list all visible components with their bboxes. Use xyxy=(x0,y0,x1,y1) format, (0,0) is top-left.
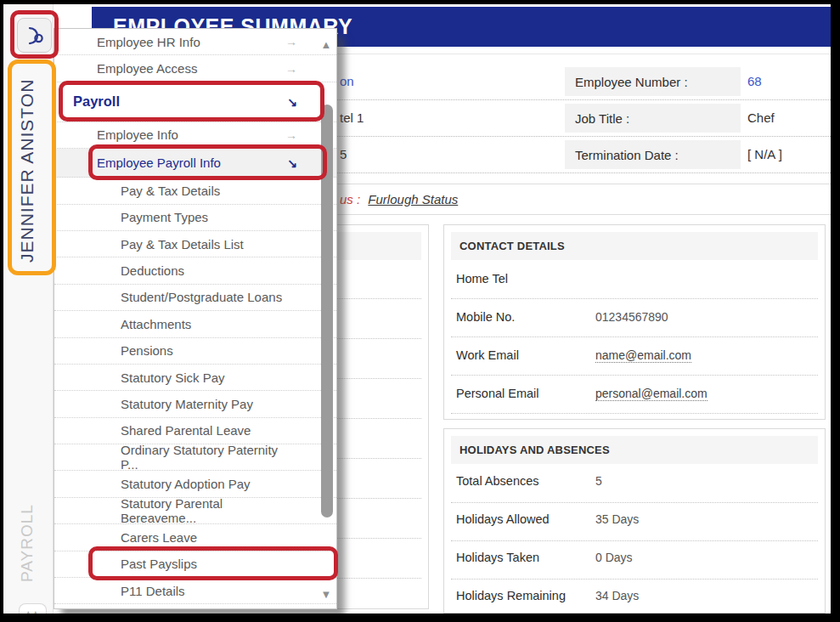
holidays-remaining-label: Holidays Remaining xyxy=(456,589,566,602)
menu-item-student-postgraduate-loans[interactable]: Student/Postgraduate Loans xyxy=(54,285,336,311)
job-title-value: Chef xyxy=(747,110,775,125)
holidays-taken-label: Holidays Taken xyxy=(456,551,539,564)
menu-item-statutory-sick-pay[interactable]: Statutory Sick Pay xyxy=(54,365,336,391)
home-tel-label: Home Tel xyxy=(456,272,508,286)
employee-number-value[interactable]: 68 xyxy=(747,74,762,88)
termination-date-value: [ N/A ] xyxy=(747,147,782,161)
menu-item-carers-leave[interactable]: Carers Leave xyxy=(54,524,336,551)
menu-item-pensions[interactable]: Pensions xyxy=(54,338,336,365)
brand-logo-icon xyxy=(22,23,48,48)
employee-name-vertical: JENNIFER ANISTON xyxy=(12,66,42,275)
menu-item-statutory-adoption-pay[interactable]: Statutory Adoption Pay xyxy=(54,471,336,497)
menu-scrollbar-thumb[interactable] xyxy=(321,105,333,517)
app-window: JENNIFER ANISTON PAYROLL ∧∧ EMPLOYEE SUM… xyxy=(0,0,840,622)
total-absences-label: Total Absences xyxy=(456,474,539,488)
termination-date-label: Termination Date : xyxy=(565,140,741,169)
work-email-link[interactable]: name@email.com xyxy=(595,348,691,363)
menu-item-payroll[interactable]: Payroll ↘ xyxy=(54,82,336,122)
menu-item-statutory-maternity-pay[interactable]: Statutory Maternity Pay xyxy=(54,391,336,417)
menu-item-employee-payroll-info[interactable]: Employee Payroll Info ↘ xyxy=(54,149,336,178)
site-value-fragment: tel 1 xyxy=(340,110,364,125)
employee-number-label: Employee Number : xyxy=(565,67,741,96)
scroll-up-icon[interactable]: ▲ xyxy=(316,38,336,51)
menu-item-payment-types[interactable]: Payment Types xyxy=(54,205,336,231)
holidays-absences-header: HOLIDAYS AND ABSENCES xyxy=(451,436,818,464)
expand-arrow-icon: ↘ xyxy=(287,156,297,170)
menu-item-pay-tax-details[interactable]: Pay & Tax Details xyxy=(54,178,336,204)
holidays-absences-panel: HOLIDAYS AND ABSENCES Total Absences 5 H… xyxy=(443,428,826,614)
submenu-arrow-icon: → xyxy=(285,128,297,142)
menu-item-attachments[interactable]: Attachments xyxy=(54,311,336,337)
scroll-down-icon[interactable]: ▼ xyxy=(316,588,336,601)
menu-item-p11-details[interactable]: P11 Details xyxy=(54,578,336,604)
screenshot-frame xyxy=(831,0,840,622)
employee-name-link-fragment[interactable]: on xyxy=(340,74,354,88)
screenshot-frame xyxy=(0,0,3,622)
menu-item-ordinary-statutory-paternity-pay[interactable]: Ordinary Statutory Paternity P... xyxy=(54,444,336,471)
job-title-label: Job Title : xyxy=(565,104,741,133)
menu-item-employee-access[interactable]: Employee Access → xyxy=(54,55,336,82)
expand-arrow-icon: ↘ xyxy=(287,95,297,109)
work-email-label: Work Email xyxy=(456,348,519,362)
navigation-dropdown-menu: Employee HR Info → Employee Access → Pay… xyxy=(54,28,337,609)
mobile-no-value: 01234567890 xyxy=(595,310,668,324)
screenshot-frame xyxy=(0,0,840,4)
submenu-arrow-icon: → xyxy=(285,62,297,76)
menu-item-statutory-parental-bereavement[interactable]: Statutory Parental Bereaveme... xyxy=(54,498,336,524)
personal-email-link[interactable]: personal@email.com xyxy=(595,387,708,401)
menu-item-employee-hr-info[interactable]: Employee HR Info → xyxy=(54,29,336,55)
value-fragment: 5 xyxy=(340,147,347,161)
personal-email-label: Personal Email xyxy=(456,387,539,400)
screenshot-frame xyxy=(0,614,840,622)
menu-item-pay-tax-details-list[interactable]: Pay & Tax Details List xyxy=(54,231,336,257)
holidays-allowed-value: 35 Days xyxy=(595,512,639,526)
contact-details-header: CONTACT DETAILS xyxy=(451,232,818,260)
furlough-status-link[interactable]: Furlough Status xyxy=(368,192,458,206)
contact-details-panel: CONTACT DETAILS Home Tel Mobile No. 0123… xyxy=(443,224,826,420)
holidays-allowed-label: Holidays Allowed xyxy=(456,512,550,526)
furlough-label-fragment: us : xyxy=(340,192,360,206)
brand-logo-button[interactable] xyxy=(17,18,52,53)
menu-item-past-payslips[interactable]: Past Payslips xyxy=(54,551,336,578)
submenu-arrow-icon: → xyxy=(285,35,297,48)
sidebar: JENNIFER ANISTON PAYROLL ∧∧ xyxy=(3,4,54,614)
holidays-remaining-value: 34 Days xyxy=(595,589,639,602)
holidays-taken-value: 0 Days xyxy=(595,551,633,564)
mobile-no-label: Mobile No. xyxy=(456,310,515,324)
menu-item-shared-parental-leave[interactable]: Shared Parental Leave xyxy=(54,418,336,444)
furlough-status-row: us : Furlough Status xyxy=(340,192,458,206)
payroll-section-vertical: PAYROLL xyxy=(12,495,42,591)
menu-item-employee-info[interactable]: Employee Info → xyxy=(54,122,336,149)
menu-item-deductions[interactable]: Deductions xyxy=(54,257,336,284)
total-absences-value: 5 xyxy=(595,474,602,488)
